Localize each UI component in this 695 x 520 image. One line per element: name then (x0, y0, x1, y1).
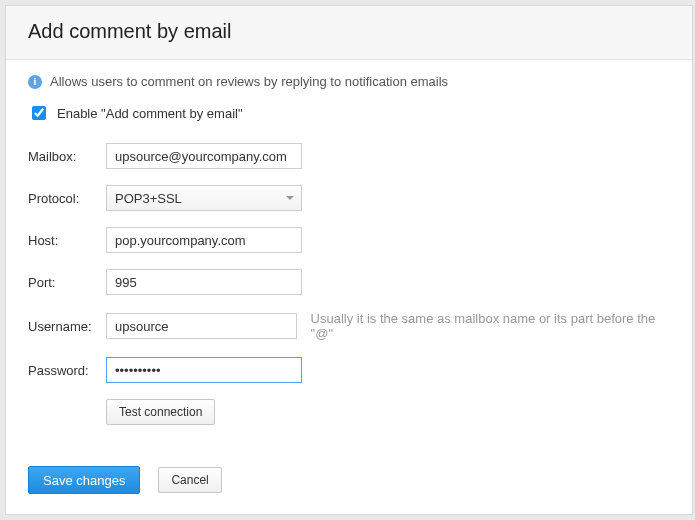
info-row: i Allows users to comment on reviews by … (28, 74, 670, 89)
panel-body: i Allows users to comment on reviews by … (6, 60, 692, 425)
info-text: Allows users to comment on reviews by re… (50, 74, 448, 89)
panel-header: Add comment by email (6, 6, 692, 60)
cancel-button[interactable]: Cancel (158, 467, 221, 493)
save-button[interactable]: Save changes (28, 466, 140, 494)
mailbox-input[interactable] (106, 143, 302, 169)
host-row: Host: (28, 227, 670, 253)
password-row: Password: (28, 357, 670, 383)
username-hint: Usually it is the same as mailbox name o… (311, 311, 670, 341)
protocol-value: POP3+SSL (115, 191, 182, 206)
password-label: Password: (28, 363, 106, 378)
host-label: Host: (28, 233, 106, 248)
protocol-select[interactable]: POP3+SSL (106, 185, 302, 211)
host-input[interactable] (106, 227, 302, 253)
test-connection-row: Test connection (28, 399, 670, 425)
password-input[interactable] (106, 357, 302, 383)
enable-label: Enable "Add comment by email" (57, 106, 243, 121)
enable-checkbox[interactable] (32, 106, 46, 120)
protocol-row: Protocol: POP3+SSL (28, 185, 670, 211)
page-title: Add comment by email (28, 20, 670, 43)
username-input[interactable] (106, 313, 297, 339)
port-input[interactable] (106, 269, 302, 295)
protocol-label: Protocol: (28, 191, 106, 206)
enable-checkbox-row: Enable "Add comment by email" (28, 103, 670, 123)
test-connection-button[interactable]: Test connection (106, 399, 215, 425)
username-label: Username: (28, 319, 106, 334)
mailbox-label: Mailbox: (28, 149, 106, 164)
mailbox-row: Mailbox: (28, 143, 670, 169)
username-row: Username: Usually it is the same as mail… (28, 311, 670, 341)
footer-actions: Save changes Cancel (28, 466, 222, 494)
port-row: Port: (28, 269, 670, 295)
info-icon: i (28, 75, 42, 89)
add-comment-by-email-panel: Add comment by email i Allows users to c… (5, 5, 693, 515)
port-label: Port: (28, 275, 106, 290)
